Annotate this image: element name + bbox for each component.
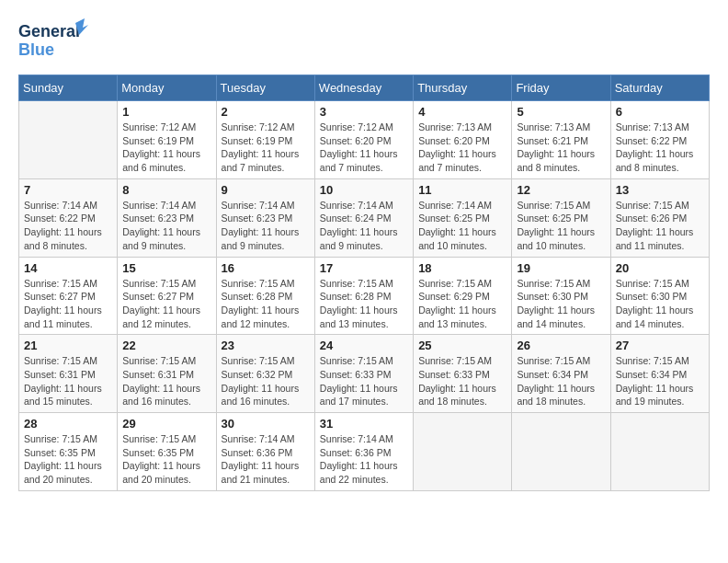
calendar-cell: 26Sunrise: 7:15 AM Sunset: 6:34 PM Dayli…: [512, 335, 610, 413]
logo-svg: GeneralBlue: [18, 18, 92, 60]
day-number: 18: [418, 261, 506, 275]
calendar-cell: [512, 413, 610, 491]
day-number: 29: [122, 417, 210, 431]
day-number: 15: [122, 261, 210, 275]
calendar-cell: 27Sunrise: 7:15 AM Sunset: 6:34 PM Dayli…: [610, 335, 709, 413]
day-info: Sunrise: 7:14 AM Sunset: 6:25 PM Dayligh…: [418, 199, 506, 253]
calendar-cell: 21Sunrise: 7:15 AM Sunset: 6:31 PM Dayli…: [19, 335, 118, 413]
day-number: 27: [616, 339, 704, 352]
day-number: 24: [320, 339, 408, 352]
calendar-week-row: 14Sunrise: 7:15 AM Sunset: 6:27 PM Dayli…: [19, 257, 710, 335]
day-number: 23: [222, 339, 310, 352]
day-number: 7: [24, 183, 112, 197]
calendar-cell: 17Sunrise: 7:15 AM Sunset: 6:28 PM Dayli…: [314, 257, 413, 335]
calendar-week-row: 1Sunrise: 7:12 AM Sunset: 6:19 PM Daylig…: [19, 101, 710, 179]
day-info: Sunrise: 7:14 AM Sunset: 6:22 PM Dayligh…: [24, 199, 112, 253]
calendar-cell: 9Sunrise: 7:14 AM Sunset: 6:23 PM Daylig…: [216, 178, 314, 257]
day-number: 19: [517, 261, 605, 275]
day-info: Sunrise: 7:15 AM Sunset: 6:25 PM Dayligh…: [517, 199, 605, 253]
calendar-cell: 16Sunrise: 7:15 AM Sunset: 6:28 PM Dayli…: [216, 257, 314, 335]
day-number: 17: [320, 261, 408, 275]
calendar-cell: 11Sunrise: 7:14 AM Sunset: 6:25 PM Dayli…: [414, 178, 512, 257]
day-info: Sunrise: 7:15 AM Sunset: 6:34 PM Dayligh…: [616, 354, 704, 408]
day-info: Sunrise: 7:15 AM Sunset: 6:31 PM Dayligh…: [24, 354, 112, 408]
column-header-monday: Monday: [118, 75, 216, 101]
calendar-cell: 14Sunrise: 7:15 AM Sunset: 6:27 PM Dayli…: [19, 257, 118, 335]
day-info: Sunrise: 7:15 AM Sunset: 6:32 PM Dayligh…: [222, 354, 310, 408]
day-info: Sunrise: 7:15 AM Sunset: 6:28 PM Dayligh…: [222, 277, 310, 331]
calendar-cell: 22Sunrise: 7:15 AM Sunset: 6:31 PM Dayli…: [118, 335, 216, 413]
day-info: Sunrise: 7:15 AM Sunset: 6:35 PM Dayligh…: [24, 432, 112, 487]
day-info: Sunrise: 7:15 AM Sunset: 6:30 PM Dayligh…: [616, 277, 704, 331]
calendar-cell: 30Sunrise: 7:14 AM Sunset: 6:36 PM Dayli…: [216, 413, 314, 491]
calendar-cell: 13Sunrise: 7:15 AM Sunset: 6:26 PM Dayli…: [610, 178, 709, 257]
svg-text:General: General: [18, 22, 80, 40]
calendar-cell: [610, 413, 709, 491]
page-header: GeneralBlue: [18, 18, 710, 60]
calendar-cell: 3Sunrise: 7:12 AM Sunset: 6:20 PM Daylig…: [314, 101, 413, 179]
day-info: Sunrise: 7:14 AM Sunset: 6:36 PM Dayligh…: [222, 432, 310, 487]
day-info: Sunrise: 7:15 AM Sunset: 6:31 PM Dayligh…: [122, 354, 210, 408]
day-info: Sunrise: 7:14 AM Sunset: 6:36 PM Dayligh…: [320, 432, 408, 487]
calendar-cell: 7Sunrise: 7:14 AM Sunset: 6:22 PM Daylig…: [19, 178, 118, 257]
day-number: 8: [122, 183, 210, 197]
day-number: 5: [517, 105, 605, 119]
day-number: 4: [418, 105, 506, 119]
day-info: Sunrise: 7:15 AM Sunset: 6:27 PM Dayligh…: [122, 277, 210, 331]
calendar-cell: 12Sunrise: 7:15 AM Sunset: 6:25 PM Dayli…: [512, 178, 610, 257]
calendar-week-row: 21Sunrise: 7:15 AM Sunset: 6:31 PM Dayli…: [19, 335, 710, 413]
day-info: Sunrise: 7:13 AM Sunset: 6:20 PM Dayligh…: [418, 121, 506, 175]
day-info: Sunrise: 7:12 AM Sunset: 6:20 PM Dayligh…: [320, 121, 408, 175]
day-number: 31: [320, 417, 408, 431]
day-info: Sunrise: 7:13 AM Sunset: 6:21 PM Dayligh…: [517, 121, 605, 175]
calendar-cell: 2Sunrise: 7:12 AM Sunset: 6:19 PM Daylig…: [216, 101, 314, 179]
day-number: 20: [616, 261, 704, 275]
logo: GeneralBlue: [18, 18, 92, 60]
day-info: Sunrise: 7:14 AM Sunset: 6:24 PM Dayligh…: [320, 199, 408, 253]
calendar-cell: 8Sunrise: 7:14 AM Sunset: 6:23 PM Daylig…: [118, 178, 216, 257]
day-info: Sunrise: 7:14 AM Sunset: 6:23 PM Dayligh…: [222, 199, 310, 253]
calendar-cell: 29Sunrise: 7:15 AM Sunset: 6:35 PM Dayli…: [118, 413, 216, 491]
day-number: 11: [418, 183, 506, 197]
day-info: Sunrise: 7:15 AM Sunset: 6:28 PM Dayligh…: [320, 277, 408, 331]
day-number: 9: [222, 183, 310, 197]
day-info: Sunrise: 7:15 AM Sunset: 6:33 PM Dayligh…: [418, 354, 506, 408]
calendar-cell: [414, 413, 512, 491]
day-info: Sunrise: 7:15 AM Sunset: 6:33 PM Dayligh…: [320, 354, 408, 408]
column-header-wednesday: Wednesday: [314, 75, 413, 101]
calendar-cell: 24Sunrise: 7:15 AM Sunset: 6:33 PM Dayli…: [314, 335, 413, 413]
calendar-cell: 15Sunrise: 7:15 AM Sunset: 6:27 PM Dayli…: [118, 257, 216, 335]
day-number: 26: [517, 339, 605, 352]
calendar-cell: 31Sunrise: 7:14 AM Sunset: 6:36 PM Dayli…: [314, 413, 413, 491]
day-number: 10: [320, 183, 408, 197]
day-number: 6: [616, 105, 704, 119]
calendar-cell: 25Sunrise: 7:15 AM Sunset: 6:33 PM Dayli…: [414, 335, 512, 413]
day-info: Sunrise: 7:15 AM Sunset: 6:34 PM Dayligh…: [517, 354, 605, 408]
day-number: 3: [320, 105, 408, 119]
calendar-cell: 19Sunrise: 7:15 AM Sunset: 6:30 PM Dayli…: [512, 257, 610, 335]
calendar-cell: 18Sunrise: 7:15 AM Sunset: 6:29 PM Dayli…: [414, 257, 512, 335]
calendar-week-row: 7Sunrise: 7:14 AM Sunset: 6:22 PM Daylig…: [19, 178, 710, 257]
calendar-cell: [19, 101, 118, 179]
calendar-cell: 10Sunrise: 7:14 AM Sunset: 6:24 PM Dayli…: [314, 178, 413, 257]
calendar-cell: 4Sunrise: 7:13 AM Sunset: 6:20 PM Daylig…: [414, 101, 512, 179]
day-info: Sunrise: 7:15 AM Sunset: 6:35 PM Dayligh…: [122, 432, 210, 487]
column-header-thursday: Thursday: [414, 75, 512, 101]
calendar-cell: 23Sunrise: 7:15 AM Sunset: 6:32 PM Dayli…: [216, 335, 314, 413]
day-number: 1: [122, 105, 210, 119]
calendar-cell: 28Sunrise: 7:15 AM Sunset: 6:35 PM Dayli…: [19, 413, 118, 491]
day-number: 25: [418, 339, 506, 352]
day-info: Sunrise: 7:15 AM Sunset: 6:29 PM Dayligh…: [418, 277, 506, 331]
calendar-cell: 6Sunrise: 7:13 AM Sunset: 6:22 PM Daylig…: [610, 101, 709, 179]
svg-text:Blue: Blue: [18, 40, 54, 59]
day-number: 21: [24, 339, 112, 352]
column-header-sunday: Sunday: [19, 75, 118, 101]
calendar-week-row: 28Sunrise: 7:15 AM Sunset: 6:35 PM Dayli…: [19, 413, 710, 491]
day-info: Sunrise: 7:13 AM Sunset: 6:22 PM Dayligh…: [616, 121, 704, 175]
column-header-tuesday: Tuesday: [216, 75, 314, 101]
day-info: Sunrise: 7:14 AM Sunset: 6:23 PM Dayligh…: [122, 199, 210, 253]
calendar-cell: 1Sunrise: 7:12 AM Sunset: 6:19 PM Daylig…: [118, 101, 216, 179]
day-number: 30: [222, 417, 310, 431]
day-number: 28: [24, 417, 112, 431]
day-number: 14: [24, 261, 112, 275]
